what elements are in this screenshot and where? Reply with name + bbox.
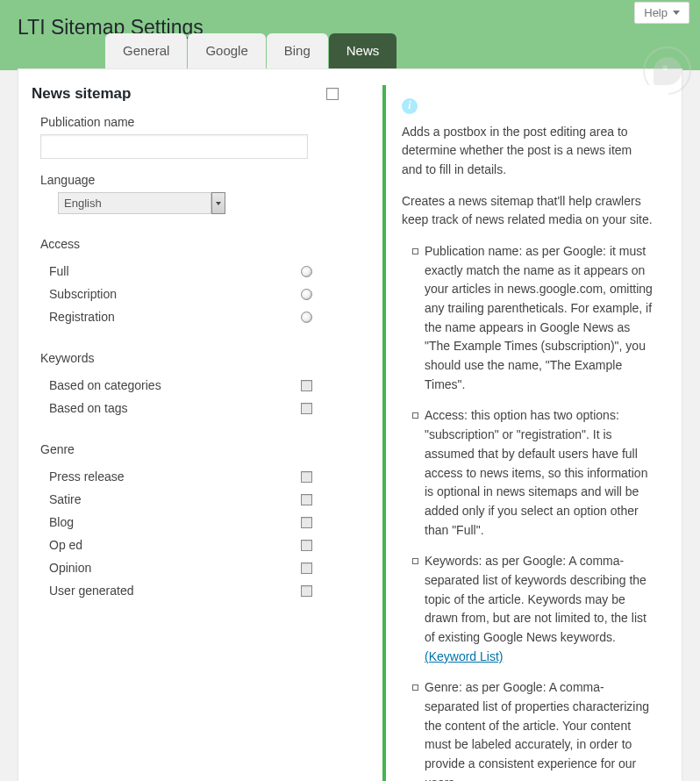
access-label: Access	[40, 237, 356, 251]
genre-satire-checkbox[interactable]	[301, 494, 312, 505]
genre-blog-label: Blog	[49, 515, 74, 529]
help-keywords-text: Keywords: as per Google: A comma-separat…	[425, 554, 646, 644]
keywords-tags-row: Based on tags	[40, 397, 330, 419]
info-icon: i	[402, 98, 418, 114]
keywords-categories-label: Based on categories	[49, 378, 161, 392]
access-subscription-radio[interactable]	[301, 289, 312, 300]
tab-general[interactable]: General	[105, 33, 187, 68]
keywords-tags-label: Based on tags	[49, 401, 128, 415]
tabs: General Google Bing News	[18, 33, 682, 68]
keywords-categories-checkbox[interactable]	[301, 380, 312, 391]
language-label: Language	[40, 173, 356, 187]
genre-satire-label: Satire	[49, 492, 82, 506]
access-full-label: Full	[49, 264, 69, 278]
access-registration-radio[interactable]	[301, 312, 312, 323]
help-item-keywords: Keywords: as per Google: A comma-separat…	[412, 552, 653, 666]
access-option-registration: Registration	[40, 305, 330, 328]
section-title-text: News sitemap	[32, 85, 131, 103]
access-option-subscription: Subscription	[40, 283, 330, 305]
genre-press-release-row: Press release	[40, 465, 330, 488]
help-panel: i Adds a postbox in the post editing are…	[382, 85, 668, 781]
genre-opinion-label: Opinion	[49, 561, 91, 575]
genre-usergen-checkbox[interactable]	[301, 585, 312, 597]
genre-press-release-checkbox[interactable]	[301, 471, 312, 483]
settings-form: News sitemap Publication name Language A…	[32, 85, 382, 781]
language-select[interactable]	[58, 192, 211, 214]
genre-blog-row: Blog	[40, 511, 330, 534]
genre-label: Genre	[40, 442, 356, 456]
genre-usergen-label: User generated	[49, 584, 134, 598]
genre-oped-checkbox[interactable]	[301, 540, 312, 551]
help-label: Help	[644, 6, 668, 19]
help-dropdown[interactable]: Help	[634, 2, 689, 24]
genre-satire-row: Satire	[40, 488, 330, 511]
genre-oped-row: Op ed	[40, 534, 330, 556]
keywords-categories-row: Based on categories	[40, 374, 330, 397]
settings-panel: News sitemap Publication name Language A…	[18, 68, 682, 781]
genre-blog-checkbox[interactable]	[301, 517, 312, 528]
access-subscription-label: Subscription	[49, 287, 117, 301]
news-sitemap-toggle[interactable]	[326, 88, 339, 100]
language-select-button[interactable]	[211, 192, 225, 214]
genre-oped-label: Op ed	[49, 538, 82, 552]
publication-name-label: Publication name	[40, 115, 356, 129]
keywords-label: Keywords	[40, 351, 356, 365]
tab-news[interactable]: News	[329, 33, 397, 68]
keyword-list-link[interactable]: (Keyword List)	[425, 649, 503, 663]
tab-google[interactable]: Google	[188, 33, 265, 68]
access-registration-label: Registration	[49, 310, 115, 324]
genre-opinion-checkbox[interactable]	[301, 562, 312, 574]
access-option-full: Full	[40, 260, 330, 283]
access-full-radio[interactable]	[301, 266, 312, 277]
help-item-publication: Publication name: as per Google: it must…	[412, 242, 653, 395]
keywords-tags-checkbox[interactable]	[301, 403, 312, 414]
help-item-access: Access: this option has two options: "su…	[412, 406, 653, 540]
section-news-sitemap: News sitemap	[32, 85, 365, 103]
publication-name-input[interactable]	[40, 134, 308, 159]
help-list: Publication name: as per Google: it must…	[402, 242, 653, 781]
genre-usergen-row: User generated	[40, 579, 330, 602]
genre-opinion-row: Opinion	[40, 556, 330, 579]
help-item-genre: Genre: as per Google: A comma-separated …	[412, 678, 653, 781]
chevron-down-icon	[673, 11, 680, 15]
genre-press-release-label: Press release	[49, 469, 125, 484]
help-intro-1: Adds a postbox in the post editing area …	[402, 123, 653, 180]
tab-bing[interactable]: Bing	[267, 33, 328, 68]
help-intro-2: Creates a news sitemap that'll help craw…	[402, 192, 653, 230]
